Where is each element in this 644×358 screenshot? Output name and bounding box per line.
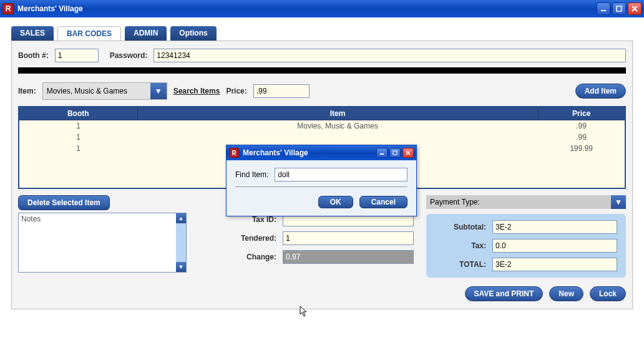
delete-selected-button[interactable]: Delete Selected Item (18, 195, 110, 210)
svg-rect-0 (601, 10, 606, 11)
cell-booth: 1 (19, 132, 137, 143)
dialog-close-button[interactable] (402, 148, 414, 158)
item-select-value: Movies, Music & Games (47, 87, 127, 95)
find-item-dialog: R Merchants' Village Find Item: OK Cance… (226, 145, 417, 216)
item-label: Item: (18, 87, 36, 95)
col-price: Price (538, 107, 625, 120)
password-input[interactable] (154, 49, 626, 62)
find-item-input[interactable] (275, 168, 407, 181)
window-title: Merchants' Village (17, 4, 597, 13)
subtotal-label: Subtotal: (454, 223, 486, 231)
dialog-titlebar: R Merchants' Village (227, 145, 416, 160)
scroll-up-icon[interactable]: ▲ (176, 213, 186, 223)
dialog-title: Merchants' Village (243, 148, 376, 157)
booth-label: Booth #: (18, 51, 49, 60)
tendered-input[interactable] (283, 231, 414, 245)
tab-bar-codes[interactable]: BAR CODES (57, 26, 121, 41)
table-row[interactable]: 1 .99 (19, 132, 625, 143)
chevron-down-icon: ▼ (611, 195, 626, 209)
change-output (283, 250, 414, 264)
dialog-maximize-button[interactable] (389, 148, 401, 158)
app-icon: R (2, 3, 14, 14)
cell-booth: 1 (19, 143, 137, 154)
subtotal-output (492, 220, 617, 234)
app-icon: R (229, 148, 239, 158)
dialog-minimize-button[interactable] (376, 148, 388, 158)
scroll-down-icon[interactable]: ▼ (176, 262, 186, 272)
ok-button[interactable]: OK (318, 196, 353, 208)
lock-button[interactable]: Lock (590, 286, 626, 301)
tab-bar: SALES BAR CODES ADMIN Options (11, 26, 633, 41)
tax-output (492, 239, 617, 253)
maximize-button[interactable] (612, 2, 626, 15)
cell-price: .99 (538, 120, 625, 132)
cell-price: .99 (538, 132, 625, 143)
total-output (492, 258, 617, 271)
payment-type-label: Payment Type: (430, 198, 480, 206)
tab-admin[interactable]: ADMIN (125, 26, 167, 41)
svg-rect-1 (617, 6, 622, 11)
notes-textarea[interactable]: Notes ▲ ▼ (18, 213, 187, 273)
minimize-button[interactable] (597, 2, 610, 15)
price-input[interactable] (253, 84, 310, 98)
find-item-label: Find Item: (235, 170, 268, 179)
col-item: Item (137, 107, 538, 120)
cell-item (137, 132, 538, 143)
cancel-button[interactable]: Cancel (359, 196, 407, 208)
item-select[interactable]: Movies, Music & Games ▼ (42, 82, 167, 100)
svg-rect-4 (380, 153, 384, 155)
notes-scrollbar[interactable]: ▲ ▼ (176, 213, 186, 272)
cell-booth: 1 (19, 120, 137, 132)
cell-item: Movies, Music & Games (137, 120, 538, 132)
new-button[interactable]: New (549, 286, 583, 301)
total-label: TOTAL: (459, 260, 486, 269)
chevron-down-icon: ▼ (150, 83, 167, 99)
save-print-button[interactable]: SAVE and PRINT (465, 286, 544, 301)
totals-panel: Subtotal: Tax: TOTAL: (426, 214, 626, 278)
col-booth: Booth (19, 107, 137, 120)
tab-options[interactable]: Options (170, 26, 216, 41)
tab-sales[interactable]: SALES (11, 26, 54, 41)
change-label: Change: (246, 253, 276, 261)
tax-label: Tax: (471, 241, 486, 250)
price-label: Price: (226, 87, 246, 95)
password-label: Password: (110, 51, 148, 60)
cell-price: 199.99 (538, 143, 625, 154)
table-row[interactable]: 1 Movies, Music & Games .99 (19, 120, 625, 132)
divider-bar (18, 67, 626, 74)
booth-input[interactable] (55, 49, 99, 62)
notes-content: Notes (19, 213, 176, 272)
tendered-label: Tendered: (241, 234, 276, 243)
add-item-button[interactable]: Add Item (575, 84, 626, 99)
taxid-label: Tax ID: (252, 215, 276, 224)
search-items-link[interactable]: Search Items (173, 87, 220, 95)
close-button[interactable] (628, 2, 642, 15)
svg-rect-5 (393, 151, 397, 155)
main-window-titlebar: R Merchants' Village (0, 0, 644, 17)
payment-type-select[interactable]: Payment Type: ▼ (426, 195, 626, 209)
